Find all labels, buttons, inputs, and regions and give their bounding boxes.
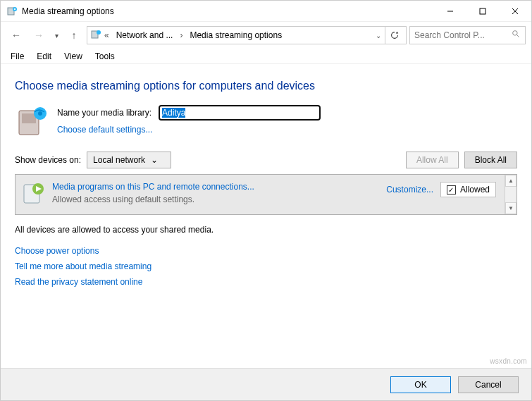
media-library-section: Name your media library: Choose default …: [15, 105, 517, 139]
menu-edit[interactable]: Edit: [31, 50, 57, 63]
close-button[interactable]: [499, 1, 531, 22]
up-button[interactable]: ↑: [64, 25, 84, 45]
forward-button[interactable]: →: [29, 25, 49, 45]
help-links: Choose power options Tell me more about …: [15, 246, 517, 287]
device-icon: [23, 182, 45, 204]
back-button[interactable]: ←: [6, 25, 26, 45]
watermark: wsxdn.com: [490, 357, 527, 365]
chevron-down-icon: ⌄: [151, 155, 158, 165]
device-title[interactable]: Media programs on this PC and remote con…: [52, 182, 379, 192]
svg-rect-3: [480, 8, 485, 14]
power-options-link[interactable]: Choose power options: [15, 246, 517, 256]
breadcrumb-sep-icon: «: [103, 30, 111, 40]
device-list: Media programs on this PC and remote con…: [15, 174, 517, 215]
location-icon: [90, 29, 101, 42]
allowed-checkbox-wrap[interactable]: ✓ Allowed: [440, 182, 496, 197]
show-devices-value: Local network: [93, 155, 145, 165]
window-title: Media streaming options: [22, 6, 434, 16]
search-icon: [512, 30, 521, 41]
app-icon: [6, 6, 18, 17]
svg-rect-12: [22, 113, 36, 123]
history-dropdown-icon[interactable]: ▾: [51, 32, 61, 39]
address-bar[interactable]: « Network and ... › Media streaming opti…: [87, 26, 407, 44]
menu-file[interactable]: File: [5, 50, 30, 63]
maximize-button[interactable]: [466, 1, 499, 22]
library-name-label: Name your media library:: [57, 108, 151, 118]
window-buttons: [434, 1, 531, 22]
show-devices-dropdown[interactable]: Local network ⌄: [87, 152, 171, 168]
address-dropdown-icon[interactable]: ⌄: [373, 32, 383, 39]
content-area: Choose media streaming options for compu…: [1, 64, 531, 294]
footer: OK Cancel: [1, 368, 531, 400]
navbar: ← → ▾ ↑ « Network and ... › Media stream…: [1, 22, 531, 49]
device-list-scrollbar[interactable]: ▲ ▼: [505, 175, 516, 214]
status-text: All devices are allowed to access your s…: [15, 225, 517, 235]
scroll-down-icon[interactable]: ▼: [505, 202, 516, 214]
block-all-button[interactable]: Block All: [464, 152, 517, 168]
show-devices-row: Show devices on: Local network ⌄ Allow A…: [15, 152, 517, 168]
device-subtitle: Allowed access using default settings.: [52, 195, 379, 204]
refresh-button[interactable]: [385, 27, 403, 44]
learn-more-link[interactable]: Tell me more about media streaming: [15, 261, 517, 271]
device-item[interactable]: Media programs on this PC and remote con…: [16, 175, 505, 214]
chevron-right-icon: ›: [178, 30, 184, 40]
page-title: Choose media streaming options for compu…: [15, 80, 517, 92]
breadcrumb-current[interactable]: Media streaming options: [185, 29, 286, 42]
allow-all-button[interactable]: Allow All: [406, 152, 459, 168]
cancel-button[interactable]: Cancel: [458, 376, 519, 393]
allowed-label: Allowed: [460, 185, 490, 195]
ok-button[interactable]: OK: [390, 376, 451, 393]
menu-tools[interactable]: Tools: [89, 50, 120, 63]
customize-link[interactable]: Customize...: [386, 185, 433, 195]
svg-point-9: [513, 31, 518, 36]
library-name-input[interactable]: [159, 105, 321, 121]
breadcrumb-parent[interactable]: Network and ...: [112, 29, 178, 42]
media-library-icon: [15, 105, 49, 139]
titlebar: Media streaming options: [1, 1, 531, 22]
search-box[interactable]: Search Control P...: [409, 26, 526, 44]
search-placeholder: Search Control P...: [414, 30, 509, 40]
menu-view[interactable]: View: [58, 50, 88, 63]
minimize-button[interactable]: [434, 1, 466, 22]
svg-point-7: [97, 30, 101, 35]
privacy-link[interactable]: Read the privacy statement online: [15, 277, 517, 287]
svg-marker-8: [395, 32, 398, 34]
choose-default-settings-link[interactable]: Choose default settings...: [57, 125, 321, 135]
show-devices-label: Show devices on:: [15, 155, 81, 165]
allowed-checkbox[interactable]: ✓: [447, 185, 456, 195]
scroll-up-icon[interactable]: ▲: [505, 175, 516, 187]
svg-line-10: [516, 35, 519, 37]
menubar: File Edit View Tools: [1, 49, 531, 64]
